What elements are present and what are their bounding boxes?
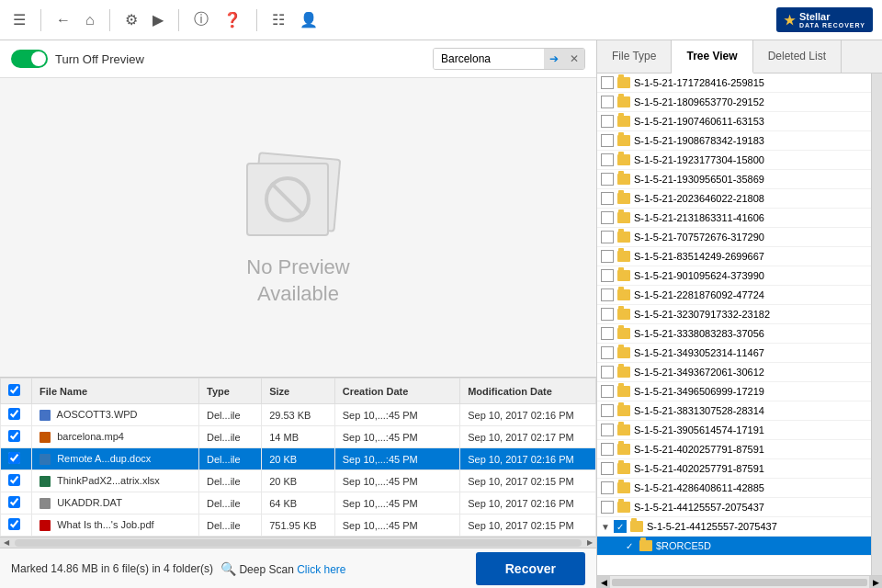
tree-checkbox[interactable] (601, 269, 614, 282)
tree-item[interactable]: S-1-5-21-2023646022-21808 (597, 189, 871, 209)
col-header-name[interactable]: File Name (32, 379, 199, 404)
search-input[interactable] (434, 49, 544, 69)
play-icon[interactable]: ▶ (149, 7, 167, 32)
tree-item-selected[interactable]: ✓ $RORCE5D (597, 537, 871, 556)
tree-checkbox[interactable] (601, 366, 614, 379)
preview-toggle[interactable] (11, 50, 48, 68)
tree-checkbox[interactable] (601, 385, 614, 398)
col-header-size[interactable]: Size (262, 379, 335, 404)
tab-deleted-list[interactable]: Deleted List (753, 40, 842, 73)
row-checkbox[interactable] (8, 496, 20, 508)
tree-checkbox[interactable] (601, 327, 614, 340)
tree-item[interactable]: S-1-5-21-4286408611-42885 (597, 479, 871, 498)
tree-item[interactable]: S-1-5-21-3496506999-17219 (597, 382, 871, 401)
tree-checkbox[interactable] (601, 288, 614, 301)
click-here-link[interactable]: Click here (297, 563, 345, 576)
tree-checkbox[interactable] (601, 231, 614, 243)
col-header-created[interactable]: Creation Date (334, 379, 459, 404)
bottom-hscroll-track[interactable] (612, 579, 867, 586)
cart-icon[interactable]: ☷ (268, 7, 288, 32)
tree-checkbox[interactable] (601, 481, 614, 494)
tree-checkbox[interactable] (601, 424, 614, 436)
tab-tree-view[interactable]: Tree View (672, 40, 752, 74)
tree-checkbox[interactable] (601, 115, 614, 128)
table-row[interactable]: ThinkPadX2...atrix.xlsx Del...ile 20 KB … (1, 470, 596, 492)
table-row[interactable]: AOSCOTT3.WPD Del...ile 29.53 KB Sep 10,.… (1, 404, 596, 426)
tree-checkbox[interactable] (601, 192, 614, 205)
tree-checkbox[interactable] (601, 134, 614, 147)
tree-item[interactable]: S-1-5-21-4020257791-87591 (597, 459, 871, 479)
tree-item[interactable]: S-1-5-21-1907460611-63153 (597, 112, 871, 131)
tree-item[interactable]: S-1-5-21-1908678342-19183 (597, 131, 871, 151)
select-all-checkbox[interactable] (8, 384, 20, 396)
recover-button[interactable]: Recover (476, 552, 585, 585)
tree-checkbox[interactable] (601, 153, 614, 166)
col-header-type[interactable]: Type (198, 379, 261, 404)
tree-checkbox[interactable] (601, 308, 614, 321)
tree-checkbox[interactable] (601, 443, 614, 456)
tree-item[interactable]: S-1-5-21-4020257791-87591 (597, 440, 871, 459)
tree-checkbox[interactable] (601, 404, 614, 417)
tree-checkbox[interactable] (601, 462, 614, 475)
table-row[interactable]: What Is th...'s Job.pdf Del...ile 751.95… (1, 514, 596, 537)
tree-item[interactable]: S-1-5-21-1809653770-29152 (597, 93, 871, 112)
tree-checkbox[interactable] (601, 211, 614, 224)
tree-item[interactable]: S-1-5-21-3493672061-30612 (597, 363, 871, 382)
hscroll-right-button[interactable]: ▶ (585, 538, 594, 547)
help-icon[interactable]: ❓ (220, 7, 245, 32)
table-header-row: File Name Type Size Creation Date Modifi… (1, 379, 596, 404)
tree-item[interactable]: S-1-5-21-1930956501-35869 (597, 170, 871, 189)
back-icon[interactable]: ← (52, 8, 74, 32)
tree-expand-icon[interactable]: ▼ (601, 522, 610, 532)
table-row[interactable]: UKADDR.DAT Del...ile 64 KB Sep 10,...:45… (1, 492, 596, 514)
tree-item[interactable]: S-1-5-21-1923177304-15800 (597, 151, 871, 170)
vscrollbar[interactable] (871, 74, 882, 575)
row-name-text: What Is th...'s Job.pdf (57, 519, 153, 530)
table-row[interactable]: Remote A...dup.docx Del...ile 20 KB Sep … (1, 448, 596, 470)
no-preview-circle (265, 176, 311, 222)
tab-file-type[interactable]: File Type (597, 40, 672, 73)
search-close-button[interactable]: ✕ (564, 49, 584, 69)
tree-item[interactable]: S-1-5-21-3493052314-11467 (597, 344, 871, 363)
col-header-modified[interactable]: Modification Date (460, 379, 596, 404)
tree-checkbox[interactable] (601, 250, 614, 263)
row-checkbox[interactable] (8, 408, 20, 420)
user-icon[interactable]: 👤 (296, 7, 322, 32)
settings-icon[interactable]: ⚙ (121, 7, 141, 32)
tree-item[interactable]: S-1-5-21-901095624-373990 (597, 266, 871, 286)
tree-checkbox[interactable] (601, 173, 614, 186)
tree-checkbox[interactable] (601, 346, 614, 359)
tree-item[interactable]: S-1-5-21-44125557-2075437 (597, 498, 871, 517)
tree-item[interactable]: S-1-5-21-171728416-259815 (597, 74, 871, 93)
row-modified: Sep 10, 2017 02:16 PM (460, 492, 596, 514)
row-checkbox[interactable] (8, 518, 20, 530)
tree-item[interactable]: S-1-5-21-3831307528-28314 (597, 401, 871, 421)
hscroll-left-button[interactable]: ◀ (2, 538, 11, 547)
bottom-hscroll-right[interactable]: ▶ (869, 576, 882, 589)
row-checkbox[interactable] (8, 430, 20, 442)
tree-item-expandable[interactable]: ▼ ✓ S-1-5-21-44125557-2075437 (597, 517, 871, 537)
tree-item[interactable]: S-1-5-21-707572676-317290 (597, 228, 871, 247)
row-checkbox[interactable] (8, 474, 20, 486)
tree-checkbox[interactable] (601, 96, 614, 108)
folder-icon (630, 521, 643, 532)
tree-item[interactable]: S-1-5-21-32307917332-23182 (597, 305, 871, 324)
hscroll-track[interactable] (15, 539, 582, 547)
table-row[interactable]: barcelona.mp4 Del...ile 14 MB Sep 10,...… (1, 426, 596, 448)
tree-checkbox[interactable] (601, 501, 614, 514)
tree-item[interactable]: S-1-5-21-2131863311-41606 (597, 209, 871, 228)
tree-item[interactable]: S-1-5-21-3338083283-37056 (597, 324, 871, 344)
search-arrow-button[interactable]: ➔ (544, 49, 564, 69)
row-checkbox[interactable] (8, 452, 20, 464)
tree-item[interactable]: S-1-5-21-3905614574-17191 (597, 421, 871, 440)
tree-item[interactable]: S-1-5-21-83514249-2699667 (597, 247, 871, 266)
info-icon[interactable]: ⓘ (190, 6, 212, 33)
tree-checkbox[interactable] (601, 76, 614, 89)
tree-checkbox-checked[interactable]: ✓ (614, 520, 627, 533)
tree-item[interactable]: S-1-5-21-2281876092-47724 (597, 286, 871, 305)
menu-icon[interactable]: ☰ (9, 7, 29, 32)
bottom-hscroll-left[interactable]: ◀ (597, 576, 610, 589)
home-icon[interactable]: ⌂ (82, 8, 98, 32)
folder-icon (617, 232, 630, 243)
tree-checkbox-selected[interactable]: ✓ (623, 539, 636, 552)
